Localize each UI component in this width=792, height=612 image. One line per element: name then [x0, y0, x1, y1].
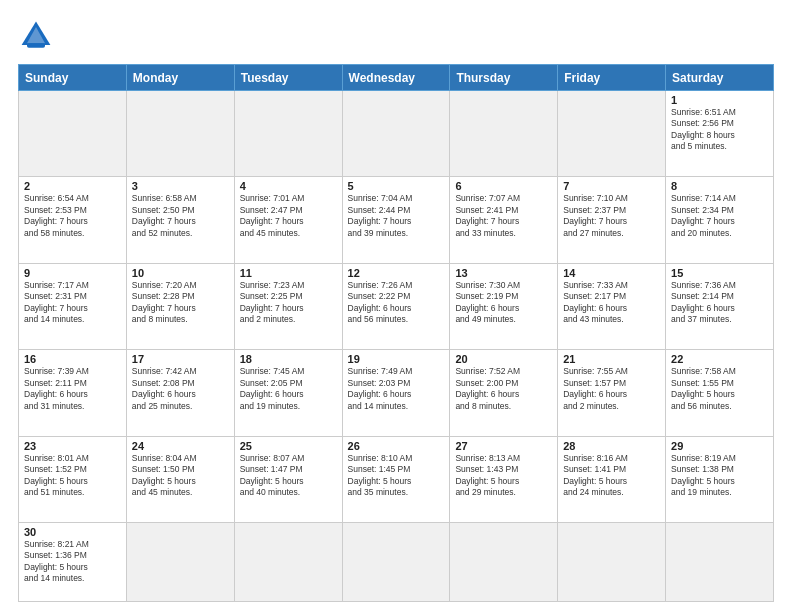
day-info: Sunrise: 8:01 AM Sunset: 1:52 PM Dayligh… — [24, 453, 121, 499]
calendar-day: 14Sunrise: 7:33 AM Sunset: 2:17 PM Dayli… — [558, 263, 666, 349]
day-number: 12 — [348, 267, 445, 279]
day-info: Sunrise: 8:07 AM Sunset: 1:47 PM Dayligh… — [240, 453, 337, 499]
calendar-day: 3Sunrise: 6:58 AM Sunset: 2:50 PM Daylig… — [126, 177, 234, 263]
svg-rect-2 — [27, 43, 45, 48]
day-number: 6 — [455, 180, 552, 192]
day-info: Sunrise: 7:07 AM Sunset: 2:41 PM Dayligh… — [455, 193, 552, 239]
week-row-3: 9Sunrise: 7:17 AM Sunset: 2:31 PM Daylig… — [19, 263, 774, 349]
day-info: Sunrise: 7:36 AM Sunset: 2:14 PM Dayligh… — [671, 280, 768, 326]
day-info: Sunrise: 7:10 AM Sunset: 2:37 PM Dayligh… — [563, 193, 660, 239]
day-number: 21 — [563, 353, 660, 365]
day-info: Sunrise: 7:55 AM Sunset: 1:57 PM Dayligh… — [563, 366, 660, 412]
day-number: 20 — [455, 353, 552, 365]
day-info: Sunrise: 7:20 AM Sunset: 2:28 PM Dayligh… — [132, 280, 229, 326]
calendar-day: 1Sunrise: 6:51 AM Sunset: 2:56 PM Daylig… — [666, 91, 774, 177]
day-info: Sunrise: 8:21 AM Sunset: 1:36 PM Dayligh… — [24, 539, 121, 585]
day-number: 24 — [132, 440, 229, 452]
day-number: 2 — [24, 180, 121, 192]
calendar-day — [126, 91, 234, 177]
day-info: Sunrise: 7:45 AM Sunset: 2:05 PM Dayligh… — [240, 366, 337, 412]
week-row-2: 2Sunrise: 6:54 AM Sunset: 2:53 PM Daylig… — [19, 177, 774, 263]
day-info: Sunrise: 7:33 AM Sunset: 2:17 PM Dayligh… — [563, 280, 660, 326]
calendar-day: 22Sunrise: 7:58 AM Sunset: 1:55 PM Dayli… — [666, 350, 774, 436]
day-number: 27 — [455, 440, 552, 452]
day-number: 14 — [563, 267, 660, 279]
day-info: Sunrise: 7:58 AM Sunset: 1:55 PM Dayligh… — [671, 366, 768, 412]
day-info: Sunrise: 8:13 AM Sunset: 1:43 PM Dayligh… — [455, 453, 552, 499]
calendar-day — [558, 91, 666, 177]
day-number: 28 — [563, 440, 660, 452]
day-number: 11 — [240, 267, 337, 279]
calendar-day: 26Sunrise: 8:10 AM Sunset: 1:45 PM Dayli… — [342, 436, 450, 522]
calendar-day: 28Sunrise: 8:16 AM Sunset: 1:41 PM Dayli… — [558, 436, 666, 522]
calendar-day — [234, 91, 342, 177]
calendar-day: 29Sunrise: 8:19 AM Sunset: 1:38 PM Dayli… — [666, 436, 774, 522]
calendar-day: 10Sunrise: 7:20 AM Sunset: 2:28 PM Dayli… — [126, 263, 234, 349]
calendar-table: SundayMondayTuesdayWednesdayThursdayFrid… — [18, 64, 774, 602]
day-info: Sunrise: 8:16 AM Sunset: 1:41 PM Dayligh… — [563, 453, 660, 499]
day-number: 25 — [240, 440, 337, 452]
day-info: Sunrise: 6:54 AM Sunset: 2:53 PM Dayligh… — [24, 193, 121, 239]
week-row-1: 1Sunrise: 6:51 AM Sunset: 2:56 PM Daylig… — [19, 91, 774, 177]
calendar-header-row: SundayMondayTuesdayWednesdayThursdayFrid… — [19, 65, 774, 91]
day-info: Sunrise: 7:30 AM Sunset: 2:19 PM Dayligh… — [455, 280, 552, 326]
calendar-day — [126, 522, 234, 601]
calendar-day: 6Sunrise: 7:07 AM Sunset: 2:41 PM Daylig… — [450, 177, 558, 263]
calendar-day: 7Sunrise: 7:10 AM Sunset: 2:37 PM Daylig… — [558, 177, 666, 263]
logo-icon — [18, 18, 54, 54]
week-row-6: 30Sunrise: 8:21 AM Sunset: 1:36 PM Dayli… — [19, 522, 774, 601]
calendar-header-monday: Monday — [126, 65, 234, 91]
calendar-day: 2Sunrise: 6:54 AM Sunset: 2:53 PM Daylig… — [19, 177, 127, 263]
calendar-day — [558, 522, 666, 601]
day-info: Sunrise: 7:26 AM Sunset: 2:22 PM Dayligh… — [348, 280, 445, 326]
calendar-header-saturday: Saturday — [666, 65, 774, 91]
day-info: Sunrise: 7:04 AM Sunset: 2:44 PM Dayligh… — [348, 193, 445, 239]
day-number: 13 — [455, 267, 552, 279]
calendar-day: 18Sunrise: 7:45 AM Sunset: 2:05 PM Dayli… — [234, 350, 342, 436]
day-number: 22 — [671, 353, 768, 365]
calendar-header-friday: Friday — [558, 65, 666, 91]
day-info: Sunrise: 6:58 AM Sunset: 2:50 PM Dayligh… — [132, 193, 229, 239]
calendar-day: 12Sunrise: 7:26 AM Sunset: 2:22 PM Dayli… — [342, 263, 450, 349]
calendar-day: 5Sunrise: 7:04 AM Sunset: 2:44 PM Daylig… — [342, 177, 450, 263]
calendar-day: 25Sunrise: 8:07 AM Sunset: 1:47 PM Dayli… — [234, 436, 342, 522]
day-number: 15 — [671, 267, 768, 279]
calendar-day: 15Sunrise: 7:36 AM Sunset: 2:14 PM Dayli… — [666, 263, 774, 349]
calendar-day — [450, 91, 558, 177]
calendar-day: 13Sunrise: 7:30 AM Sunset: 2:19 PM Dayli… — [450, 263, 558, 349]
day-info: Sunrise: 6:51 AM Sunset: 2:56 PM Dayligh… — [671, 107, 768, 153]
calendar-day — [342, 522, 450, 601]
day-number: 18 — [240, 353, 337, 365]
day-number: 8 — [671, 180, 768, 192]
calendar-day — [666, 522, 774, 601]
calendar-day: 11Sunrise: 7:23 AM Sunset: 2:25 PM Dayli… — [234, 263, 342, 349]
calendar-day: 17Sunrise: 7:42 AM Sunset: 2:08 PM Dayli… — [126, 350, 234, 436]
day-info: Sunrise: 8:04 AM Sunset: 1:50 PM Dayligh… — [132, 453, 229, 499]
calendar-header-wednesday: Wednesday — [342, 65, 450, 91]
day-info: Sunrise: 7:49 AM Sunset: 2:03 PM Dayligh… — [348, 366, 445, 412]
day-info: Sunrise: 8:19 AM Sunset: 1:38 PM Dayligh… — [671, 453, 768, 499]
day-info: Sunrise: 7:42 AM Sunset: 2:08 PM Dayligh… — [132, 366, 229, 412]
day-number: 10 — [132, 267, 229, 279]
calendar-day: 4Sunrise: 7:01 AM Sunset: 2:47 PM Daylig… — [234, 177, 342, 263]
page: SundayMondayTuesdayWednesdayThursdayFrid… — [0, 0, 792, 612]
day-number: 23 — [24, 440, 121, 452]
day-number: 5 — [348, 180, 445, 192]
calendar-day — [234, 522, 342, 601]
day-number: 26 — [348, 440, 445, 452]
calendar-day: 30Sunrise: 8:21 AM Sunset: 1:36 PM Dayli… — [19, 522, 127, 601]
calendar-day: 8Sunrise: 7:14 AM Sunset: 2:34 PM Daylig… — [666, 177, 774, 263]
day-info: Sunrise: 7:17 AM Sunset: 2:31 PM Dayligh… — [24, 280, 121, 326]
day-number: 16 — [24, 353, 121, 365]
day-number: 19 — [348, 353, 445, 365]
day-info: Sunrise: 7:01 AM Sunset: 2:47 PM Dayligh… — [240, 193, 337, 239]
calendar-day: 24Sunrise: 8:04 AM Sunset: 1:50 PM Dayli… — [126, 436, 234, 522]
week-row-5: 23Sunrise: 8:01 AM Sunset: 1:52 PM Dayli… — [19, 436, 774, 522]
day-number: 7 — [563, 180, 660, 192]
day-number: 4 — [240, 180, 337, 192]
calendar-day: 21Sunrise: 7:55 AM Sunset: 1:57 PM Dayli… — [558, 350, 666, 436]
day-number: 30 — [24, 526, 121, 538]
calendar-day — [19, 91, 127, 177]
day-info: Sunrise: 7:14 AM Sunset: 2:34 PM Dayligh… — [671, 193, 768, 239]
calendar-day: 19Sunrise: 7:49 AM Sunset: 2:03 PM Dayli… — [342, 350, 450, 436]
